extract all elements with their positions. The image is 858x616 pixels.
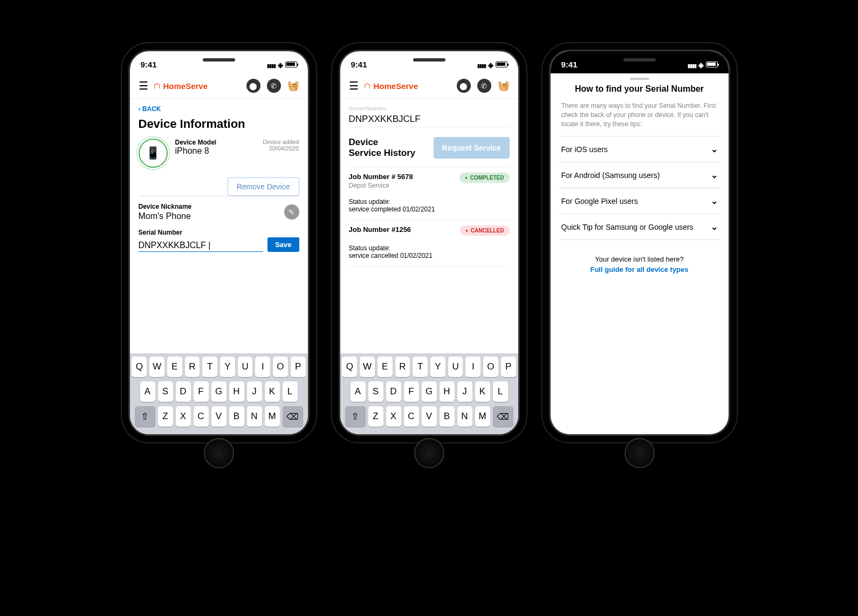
home-button[interactable] (204, 438, 234, 468)
key-q[interactable]: Q (342, 357, 357, 377)
key-a[interactable]: A (351, 381, 366, 402)
accordion-item[interactable]: For Android (Samsung users) (559, 162, 720, 188)
key-r[interactable]: R (185, 357, 200, 377)
key-d[interactable]: D (386, 381, 401, 402)
keyboard[interactable]: QWERTYUIOP ASDFGHJKL ZXCVBNM (130, 353, 308, 434)
location-icon[interactable]: ⬤ (457, 79, 471, 93)
key-i[interactable]: I (255, 357, 270, 377)
phone-mockup-1: 9:41 ☰ ⛫ HomeServe ⬤ ✆ 🧺 ‹ BACK (122, 43, 316, 442)
key-m[interactable]: M (475, 406, 490, 427)
signal-icon (267, 60, 276, 69)
serial-value: DNPXXKKBJCLF (349, 112, 510, 127)
clock-icon[interactable]: ✆ (477, 79, 491, 93)
key-f[interactable]: F (194, 381, 209, 402)
key-u[interactable]: U (238, 357, 253, 377)
brand-logo[interactable]: ⛫ HomeServe (154, 81, 208, 91)
key-t[interactable]: T (202, 357, 217, 377)
key-x[interactable]: X (176, 406, 191, 427)
key-g[interactable]: G (211, 381, 226, 402)
footer-question: Your device isn't listed here? (595, 255, 684, 263)
key-o[interactable]: O (273, 357, 288, 377)
key-p[interactable]: P (291, 357, 306, 377)
key-x[interactable]: X (386, 406, 401, 427)
key-a[interactable]: A (140, 381, 155, 402)
key-s[interactable]: S (158, 381, 173, 402)
shift-key[interactable] (135, 406, 155, 427)
key-n[interactable]: N (247, 406, 262, 427)
key-t[interactable]: T (413, 357, 428, 377)
key-j[interactable]: J (457, 381, 472, 402)
brand-logo[interactable]: ⛫ HomeServe (364, 81, 418, 91)
key-m[interactable]: M (265, 406, 280, 427)
phone-mockup-3: 9:41 How to find your Serial Number Ther… (543, 43, 737, 442)
key-b[interactable]: B (229, 406, 244, 427)
device-status-ring: 📱 (139, 139, 168, 168)
key-h[interactable]: H (440, 381, 455, 402)
accordion-label: For iOS users (561, 145, 608, 154)
save-button[interactable]: Save (267, 237, 299, 252)
key-c[interactable]: C (404, 406, 419, 427)
clock-icon[interactable]: ✆ (267, 79, 281, 93)
status-time: 9:41 (141, 60, 157, 69)
menu-icon[interactable]: ☰ (139, 79, 148, 92)
key-z[interactable]: Z (158, 406, 173, 427)
accordion-item[interactable]: Quick Tip for Samsung or Google users (559, 214, 720, 240)
house-icon: ⛫ (364, 81, 372, 90)
sheet-handle[interactable] (630, 78, 649, 80)
shift-key[interactable] (345, 406, 366, 427)
key-j[interactable]: J (247, 381, 262, 402)
back-button[interactable]: ‹ BACK (139, 105, 299, 113)
status-bar: 9:41 (551, 51, 729, 73)
key-e[interactable]: E (167, 357, 182, 377)
status-update: Status update:service completed 01/02/20… (349, 198, 510, 213)
key-i[interactable]: I (465, 357, 481, 377)
key-w[interactable]: W (360, 357, 375, 377)
key-q[interactable]: Q (132, 357, 147, 377)
model-value: iPhone 8 (175, 146, 256, 156)
key-v[interactable]: V (211, 406, 226, 427)
menu-icon[interactable]: ☰ (349, 79, 359, 92)
key-y[interactable]: Y (430, 357, 445, 377)
full-guide-link[interactable]: Full guide for all device types (559, 265, 720, 273)
accordion-label: For Android (Samsung users) (561, 171, 660, 180)
remove-device-button[interactable]: Remove Device (228, 177, 299, 196)
key-s[interactable]: S (368, 381, 383, 402)
key-o[interactable]: O (483, 357, 498, 377)
sheet-intro: There are many ways to find your Serial … (559, 101, 720, 128)
key-g[interactable]: G (422, 381, 437, 402)
home-button[interactable] (624, 438, 655, 468)
key-l[interactable]: L (283, 381, 298, 402)
basket-icon[interactable]: 🧺 (498, 80, 510, 92)
key-c[interactable]: C (194, 406, 209, 427)
key-f[interactable]: F (404, 381, 419, 402)
edit-icon[interactable]: ✎ (284, 204, 299, 220)
chevron-down-icon (711, 144, 718, 154)
signal-icon (477, 60, 486, 69)
accordion-item[interactable]: For Google Pixel users (559, 188, 720, 214)
key-n[interactable]: N (457, 406, 472, 427)
key-u[interactable]: U (448, 357, 463, 377)
serial-input[interactable]: DNPXXKKBJCLF | (139, 241, 264, 252)
key-d[interactable]: D (176, 381, 191, 402)
accordion-item[interactable]: For iOS users (559, 136, 720, 162)
key-h[interactable]: H (229, 381, 244, 402)
key-b[interactable]: B (440, 406, 455, 427)
key-w[interactable]: W (149, 357, 164, 377)
request-service-button[interactable]: Request Service (434, 137, 510, 159)
location-icon[interactable]: ⬤ (246, 79, 260, 93)
job-number: Job Number #1256 (349, 225, 411, 234)
key-z[interactable]: Z (368, 406, 383, 427)
key-y[interactable]: Y (220, 357, 235, 377)
key-l[interactable]: L (493, 381, 508, 402)
keyboard[interactable]: QWERTYUIOP ASDFGHJKL ZXCVBNM (340, 353, 518, 434)
key-r[interactable]: R (395, 357, 410, 377)
key-k[interactable]: K (475, 381, 490, 402)
home-button[interactable] (414, 438, 444, 468)
backspace-key[interactable] (493, 406, 513, 427)
basket-icon[interactable]: 🧺 (287, 80, 299, 92)
key-e[interactable]: E (377, 357, 393, 377)
key-v[interactable]: V (422, 406, 437, 427)
key-p[interactable]: P (501, 357, 516, 377)
backspace-key[interactable] (283, 406, 303, 427)
key-k[interactable]: K (265, 381, 280, 402)
